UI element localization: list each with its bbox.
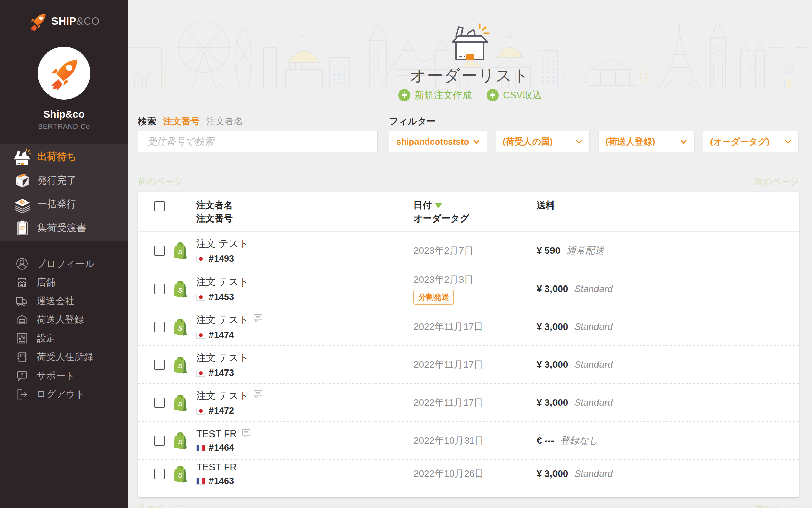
sidebar-secondary-nav: プロフィール 店舗 運送会社 xyxy=(0,254,128,403)
order-name[interactable]: 注文 テスト xyxy=(196,351,249,365)
search-input[interactable] xyxy=(138,131,378,152)
row-checkbox[interactable] xyxy=(154,284,165,294)
next-page-link[interactable]: 次のページ xyxy=(754,175,799,187)
order-name[interactable]: 注文 テスト xyxy=(196,237,249,251)
sidebar-item-batch-issue[interactable]: 一括発行 xyxy=(0,192,128,216)
order-tag-badge: 分割発送 xyxy=(413,290,454,305)
search-block: 検索 注文番号 注文者名 xyxy=(138,115,378,152)
table-row: S TEST FR #1464 2022年10月31日 € --- xyxy=(138,421,799,459)
search-mode-order-number[interactable]: 注文番号 xyxy=(163,115,200,127)
order-number[interactable]: #1493 xyxy=(209,254,234,264)
order-number[interactable]: #1474 xyxy=(209,330,234,340)
order-name[interactable]: 注文 テスト xyxy=(196,389,249,403)
new-order-label: 新規注文作成 xyxy=(415,89,472,102)
main-content: オーダーリスト + 新規注文作成 + CSV取込 検索 注文番号 注文者名 フィ… xyxy=(128,0,812,508)
sidebar-item-address-book[interactable]: 荷受人住所録 xyxy=(0,347,128,366)
csv-import-button[interactable]: + CSV取込 xyxy=(487,89,542,102)
sidebar-item-label: 集荷受渡書 xyxy=(37,221,86,235)
jp-flag-icon xyxy=(196,408,205,414)
svg-text:S: S xyxy=(178,248,183,256)
sidebar-item-pickup-receipt[interactable]: 集荷受渡書 xyxy=(0,216,128,240)
sidebar-item-stores[interactable]: 店舗 xyxy=(0,273,128,292)
order-number[interactable]: #1464 xyxy=(209,443,234,453)
brand-logo: SHIP&CO xyxy=(0,12,128,31)
shipping-method: Standard xyxy=(574,283,613,294)
order-date: 2023年2月3日 xyxy=(413,273,473,286)
sidebar-item-profile[interactable]: プロフィール xyxy=(0,254,128,273)
order-name[interactable]: TEST FR xyxy=(196,428,237,440)
order-date: 2023年2月7日 xyxy=(413,244,473,257)
sidebar-item-label: 店舗 xyxy=(37,276,55,289)
order-date: 2022年10月31日 xyxy=(413,434,484,447)
avatar xyxy=(38,47,90,100)
order-number[interactable]: #1473 xyxy=(209,368,234,378)
row-checkbox[interactable] xyxy=(154,322,165,332)
search-mode-customer-name[interactable]: 注文者名 xyxy=(206,115,243,127)
chevron-down-icon xyxy=(473,139,480,144)
sidebar-item-carriers[interactable]: 運送会社 xyxy=(0,292,128,310)
shipping-method: Standard xyxy=(574,321,613,332)
order-name[interactable]: 注文 テスト xyxy=(196,275,249,289)
shipping-price: ¥ 3,000 xyxy=(537,468,568,479)
order-number[interactable]: #1463 xyxy=(209,476,234,486)
sidebar-item-logout[interactable]: ログアウト xyxy=(0,385,128,403)
sidebar-item-label: 荷送人登録 xyxy=(37,313,84,326)
row-checkbox[interactable] xyxy=(154,360,165,370)
shopify-icon: S xyxy=(173,318,189,336)
prev-page-link[interactable]: 前のページ xyxy=(138,503,183,508)
sidebar-item-shippers[interactable]: 荷送人登録 xyxy=(0,310,128,329)
shopify-icon: S xyxy=(173,394,189,411)
chevron-down-icon xyxy=(784,139,792,144)
shipper-filter-value: (荷送人登録) xyxy=(605,136,655,148)
row-checkbox[interactable] xyxy=(154,469,165,479)
sidebar-item-awaiting-shipment[interactable]: 出荷待ち xyxy=(0,145,128,169)
shipping-method: Standard xyxy=(574,397,613,408)
col-header-shipping-fee: 送料 xyxy=(537,199,799,212)
sidebar-item-support[interactable]: ? サポート xyxy=(0,366,128,385)
order-number[interactable]: #1453 xyxy=(209,292,234,302)
sidebar-item-label: 設定 xyxy=(37,332,55,345)
recipient-country-filter-select[interactable]: (荷受人の国) xyxy=(496,131,590,152)
sidebar-item-issued[interactable]: 発行完了 xyxy=(0,169,128,192)
brand-wordmark: SHIP&CO xyxy=(51,15,99,27)
row-checkbox[interactable] xyxy=(154,246,165,256)
open-box-icon xyxy=(13,148,32,166)
store-filter-select[interactable]: shipandcoteststore xyxy=(389,131,487,152)
search-filter-bar: 検索 注文番号 注文者名 フィルター shipandcoteststore (荷… xyxy=(138,115,799,152)
order-number[interactable]: #1472 xyxy=(209,406,234,416)
row-checkbox[interactable] xyxy=(154,436,165,446)
row-checkbox[interactable] xyxy=(154,398,165,408)
next-page-link[interactable]: 次のページ xyxy=(754,503,799,508)
order-date: 2022年10月26日 xyxy=(413,467,484,480)
sliders-icon xyxy=(15,332,29,345)
sidebar-item-label: 出荷待ち xyxy=(37,150,77,164)
new-order-button[interactable]: + 新規注文作成 xyxy=(398,89,472,102)
jp-flag-icon xyxy=(196,370,205,376)
svg-text:S: S xyxy=(178,471,183,479)
sidebar-item-settings[interactable]: 設定 xyxy=(0,329,128,347)
sort-desc-icon xyxy=(435,203,442,208)
jp-flag-icon xyxy=(196,256,205,262)
order-name[interactable]: 注文 テスト xyxy=(196,313,249,327)
jp-flag-icon xyxy=(196,332,205,338)
select-all-checkbox[interactable] xyxy=(154,201,165,211)
shipper-filter-select[interactable]: (荷送人登録) xyxy=(598,131,695,152)
chevron-down-icon xyxy=(680,139,687,144)
filter-label: フィルター xyxy=(389,115,436,127)
sidebar-item-label: 一括発行 xyxy=(37,197,76,211)
stacked-sheets-icon xyxy=(13,196,32,213)
table-row: S 注文 テスト #1453 2023年2月3日 分割発送 ¥ 3,000 xyxy=(138,270,799,308)
prev-page-link[interactable]: 前のページ xyxy=(138,175,183,187)
search-label: 検索 xyxy=(138,115,156,127)
fr-flag-icon xyxy=(196,478,205,484)
recipient-country-filter-value: (荷受人の国) xyxy=(503,136,553,148)
order-tag-filter-select[interactable]: (オーダータグ) xyxy=(703,131,799,152)
shopify-icon: S xyxy=(173,356,189,374)
fr-flag-icon xyxy=(196,445,205,451)
col-header-date-tag[interactable]: 日付 オーダータグ xyxy=(413,199,537,225)
order-table: 注文者名 注文番号 日付 オーダータグ 送料 S 注文 テスト xyxy=(138,192,799,497)
shipping-price: € --- xyxy=(537,435,554,446)
sidebar-item-label: 発行完了 xyxy=(37,174,76,187)
svg-text:?: ? xyxy=(21,372,24,378)
order-name[interactable]: TEST FR xyxy=(196,462,237,473)
